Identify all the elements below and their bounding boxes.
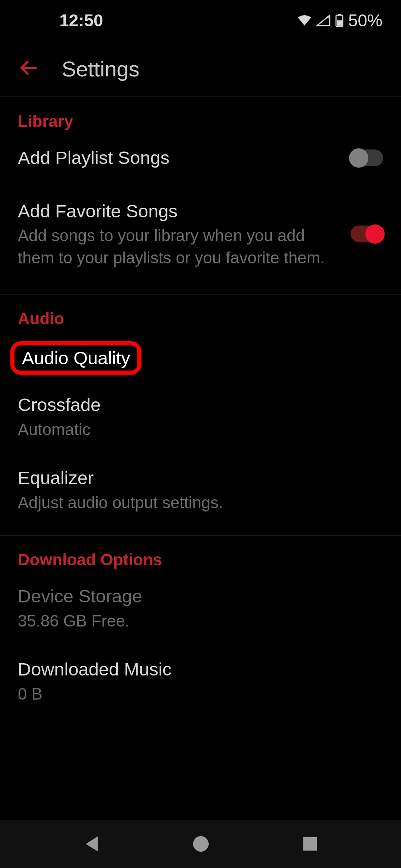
setting-add-favorite-songs[interactable]: Add Favorite Songs Add songs to your lib… (0, 181, 401, 283)
setting-audio-quality-highlighted[interactable]: Audio Quality (10, 341, 141, 375)
setting-title: Equalizer (18, 466, 368, 490)
setting-equalizer[interactable]: Equalizer Adjust audio output settings. (0, 451, 401, 525)
setting-downloaded-music[interactable]: Downloaded Music 0 B (0, 643, 401, 716)
section-download: Download Options Device Storage 35.86 GB… (0, 536, 401, 726)
battery-percentage: 50% (348, 10, 382, 30)
setting-title: Add Playlist Songs (18, 146, 336, 170)
nav-recent-button[interactable] (303, 836, 317, 851)
svg-rect-3 (337, 20, 342, 26)
toggle-add-playlist-songs[interactable] (351, 149, 383, 166)
status-bar: 12:50 R 50% (0, 0, 401, 41)
setting-title: Crossfade (18, 393, 368, 417)
section-header-audio: Audio (0, 295, 401, 332)
nav-back-button[interactable] (84, 835, 99, 853)
settings-content: Library Add Playlist Songs Add Favorite … (0, 97, 401, 726)
svg-point-4 (193, 836, 209, 852)
setting-device-storage[interactable]: Device Storage 35.86 GB Free. (0, 573, 401, 643)
wifi-icon (297, 14, 312, 26)
setting-title: Downloaded Music (18, 658, 368, 681)
section-audio: Audio Audio Quality Crossfade Automatic … (0, 295, 401, 536)
page-title: Settings (62, 56, 140, 81)
signal-icon: R (316, 14, 330, 26)
nav-home-button[interactable] (192, 835, 209, 852)
svg-rect-5 (303, 837, 317, 851)
section-header-library: Library (0, 97, 401, 135)
setting-title: Add Favorite Songs (18, 200, 336, 223)
setting-subtitle: 35.86 GB Free. (18, 610, 368, 632)
setting-title: Audio Quality (22, 348, 130, 368)
setting-subtitle: Automatic (18, 418, 368, 440)
setting-add-playlist-songs[interactable]: Add Playlist Songs (0, 135, 401, 181)
status-icons-group: R 50% (297, 10, 382, 30)
setting-subtitle: 0 B (18, 683, 368, 705)
back-arrow-icon[interactable] (18, 57, 39, 80)
setting-subtitle: Add songs to your library when you add t… (18, 224, 336, 269)
toggle-add-favorite-songs[interactable] (351, 226, 383, 242)
svg-text:R: R (326, 15, 330, 20)
status-time: 12:50 (59, 10, 103, 30)
section-library: Library Add Playlist Songs Add Favorite … (0, 97, 401, 295)
battery-icon (335, 14, 344, 27)
app-header: Settings (0, 41, 401, 97)
section-header-download: Download Options (0, 536, 401, 573)
navigation-bar (0, 820, 401, 868)
setting-subtitle: Adjust audio output settings. (18, 491, 368, 513)
setting-title: Device Storage (18, 585, 368, 608)
svg-rect-2 (338, 14, 341, 16)
setting-crossfade[interactable]: Crossfade Automatic (0, 382, 401, 451)
